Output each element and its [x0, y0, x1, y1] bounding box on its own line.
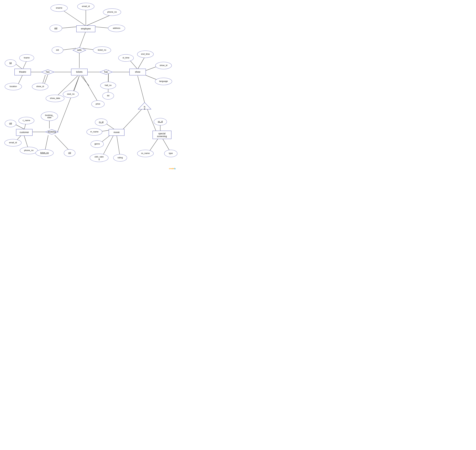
svg-line-5 — [79, 31, 86, 48]
attr-rating-label: rating — [118, 156, 123, 159]
attr-m-name-label: m_name — [90, 130, 99, 133]
attr-cid-book-label: cid — [68, 152, 71, 154]
attr-end-time-label: end_time — [141, 53, 150, 55]
branding: creately — [169, 167, 176, 170]
attr-phone-no-emp-label: phone_no — [107, 11, 117, 13]
attr-booking-date-label2: date — [47, 116, 51, 119]
svg-line-25 — [81, 76, 89, 86]
svg-line-36 — [149, 139, 158, 152]
attr-cid-customer-label: cid — [9, 122, 12, 124]
attr-price-label: price — [96, 103, 100, 105]
attr-type-label: type — [169, 152, 173, 154]
attr-language-label: language — [159, 80, 168, 82]
attr-cbfc-rating-label2: g — [98, 158, 100, 160]
relation-isa-label2: a — [144, 107, 145, 110]
attr-tid-theatre-label: tid — [9, 62, 12, 64]
svg-line-45 — [55, 135, 69, 151]
entity-customer-label: customer — [20, 131, 29, 134]
attr-tname-label: tname — [24, 57, 30, 59]
entity-employee-label: employee — [81, 27, 91, 30]
svg-line-0 — [63, 11, 86, 26]
svg-line-37 — [163, 139, 170, 151]
attr-eid-sells-label: eid — [56, 49, 59, 51]
entity-tickets-label: tickets — [76, 71, 83, 73]
svg-line-26 — [83, 76, 98, 102]
relation-has-left-label: has — [46, 71, 50, 73]
svg-line-46 — [58, 76, 79, 132]
relation-sells-label: sells — [77, 49, 82, 51]
entity-special-screening-label: special — [158, 132, 166, 135]
attr-cbfc-rating-label: cbfc_ratin — [95, 156, 104, 158]
svg-line-27 — [138, 76, 145, 102]
attr-address-label: address — [113, 27, 120, 29]
attr-location-label: location — [10, 85, 17, 88]
entity-movie-label: movie — [113, 131, 120, 134]
entity-theatre-label: theatre — [19, 71, 26, 73]
relation-has-right-label: has — [104, 71, 108, 73]
svg-line-28 — [123, 109, 142, 129]
svg-line-34 — [117, 135, 120, 155]
attr-phone-no-cust-label: phone_no — [24, 149, 34, 152]
attr-ss-name-label: ss_name — [141, 152, 150, 154]
attr-show-id-has-left-label: show_id — [36, 85, 44, 88]
attr-c-name-label: c_name — [23, 119, 30, 122]
attr-ticket-no-book-label: ticket_no — [40, 152, 49, 154]
relation-booking-label: booking — [48, 130, 56, 133]
attr-genre-label: genre — [94, 143, 100, 145]
entity-special-screening-label2: screening — [157, 135, 167, 138]
attr-ss-id-label: ss_id — [158, 120, 163, 123]
svg-line-2 — [86, 15, 112, 26]
attr-booking-date-label: booking_ — [45, 114, 54, 116]
svg-line-33 — [103, 134, 114, 155]
attr-ename-label: ename — [56, 7, 62, 9]
er-diagram: employee theatre tickets show customer m… — [0, 0, 181, 172]
svg-line-44 — [45, 135, 48, 151]
attr-ticket-no-sells-label: ticket_no — [98, 49, 106, 51]
entity-show-label: show — [135, 71, 141, 73]
attr-tid-has-label: tid — [107, 94, 109, 97]
attr-show-date-label: show_date — [50, 97, 60, 99]
attr-seat-no-label: seat_no — [67, 93, 74, 95]
attr-email-id-cust-label: email_id — [9, 141, 17, 144]
attr-email-id-emp-label: email_id — [82, 5, 90, 7]
attr-show-id-show-label: show_id — [160, 64, 167, 66]
attr-m-id-label: m_id — [99, 121, 103, 123]
svg-line-41 — [24, 135, 28, 149]
svg-line-19 — [130, 60, 138, 69]
attr-eid-emp-label: eid — [54, 27, 57, 29]
attr-hall-no-label: hall_no — [105, 84, 112, 86]
attr-st-time-label: st_time — [123, 57, 129, 59]
